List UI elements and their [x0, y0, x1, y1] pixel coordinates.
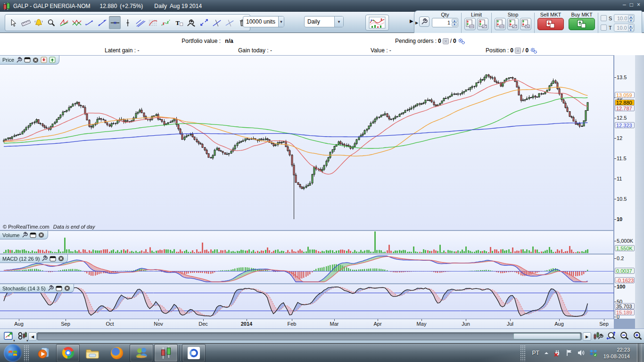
minimize-button[interactable]: –: [623, 1, 626, 8]
panel-collapse-arrow[interactable]: ▶: [414, 11, 419, 35]
stop-order-button-2[interactable]: [507, 18, 519, 30]
zigzag-tool[interactable]: [71, 16, 83, 29]
fibonacci-tool[interactable]: [147, 16, 159, 29]
panel-window-icon[interactable]: [50, 256, 56, 262]
wrench-icon[interactable]: [41, 255, 48, 262]
price-chart-canvas[interactable]: [0, 56, 614, 230]
taskbar-messenger[interactable]: [130, 344, 153, 362]
close-button[interactable]: ×: [637, 1, 640, 8]
taskbar-blue-app[interactable]: [182, 344, 206, 362]
chevron-down-icon[interactable]: ▼: [13, 339, 16, 342]
position-list-icon[interactable]: [515, 48, 521, 54]
horizontal-line-tool[interactable]: [109, 16, 121, 29]
vertical-line-tool[interactable]: [122, 16, 133, 29]
limit-order-button-2[interactable]: [477, 18, 488, 30]
alert-tool[interactable]: [33, 16, 44, 29]
volume-icon[interactable]: [577, 349, 585, 356]
stop-order-button-3[interactable]: [520, 18, 531, 30]
sell-mkt-button[interactable]: [537, 18, 564, 30]
volume-canvas[interactable]: [0, 231, 614, 254]
chart-settings-button[interactable]: [592, 330, 604, 342]
panel-window-icon[interactable]: [24, 57, 31, 63]
action-center-flag-icon[interactable]: [566, 349, 573, 356]
crossline-alt-tool[interactable]: [223, 16, 235, 29]
trailing-distance-field[interactable]: 10.0 ▲▼: [614, 24, 635, 32]
chevron-down-icon[interactable]: ▼: [278, 16, 284, 27]
zoom-tool[interactable]: [45, 16, 57, 29]
stochastic-canvas[interactable]: [0, 284, 614, 319]
stop-distance-field[interactable]: 10.0 ▲▼: [614, 14, 635, 22]
language-indicator[interactable]: PT: [532, 350, 539, 356]
pattern-tool[interactable]: [58, 16, 70, 29]
gears-icon[interactable]: [458, 38, 465, 44]
close-panel-icon[interactable]: [33, 57, 39, 63]
pointer-tool[interactable]: [7, 16, 19, 29]
channel-tool[interactable]: [134, 16, 146, 29]
price-axis[interactable]: 13.51312.51211.51110.51013.05912.78712.8…: [614, 55, 636, 319]
timeframe-dropdown[interactable]: Daily ▼: [304, 16, 344, 27]
wrench-icon[interactable]: [22, 232, 28, 238]
taskbar-chrome[interactable]: [56, 344, 80, 362]
taskbar-media-player[interactable]: [32, 344, 55, 362]
price-tick: 12: [617, 135, 622, 141]
crossline-tool[interactable]: [211, 16, 223, 29]
limit-order-button-1[interactable]: [464, 18, 476, 30]
ruler-tool[interactable]: [20, 16, 32, 29]
zoom-out-button[interactable]: [619, 330, 631, 342]
chevron-down-icon[interactable]: ▼: [334, 16, 343, 27]
order-list-icon[interactable]: [443, 38, 449, 44]
quantity-stepper[interactable]: 1 ▲▼: [432, 18, 458, 27]
scroll-left-button[interactable]: ◀: [28, 332, 37, 341]
macd-value-box: 0.0037: [615, 268, 635, 274]
export-chart-button[interactable]: ▼: [3, 330, 15, 342]
panel-window-icon[interactable]: [56, 286, 62, 291]
close-panel-icon[interactable]: [64, 285, 70, 291]
stochastic-panel[interactable]: Stochastic (14 3 5): [0, 284, 614, 319]
stop-order-button-1[interactable]: [495, 18, 506, 30]
chart-objects-button[interactable]: ▼: [16, 330, 28, 342]
settings-tool[interactable]: [185, 16, 197, 29]
time-scrollbar[interactable]: [37, 332, 582, 340]
dropbox-icon[interactable]: [589, 349, 597, 357]
price-panel[interactable]: Price © ProRealTime.comData is end of da…: [0, 56, 614, 230]
segment-tool[interactable]: [83, 16, 95, 29]
time-axis[interactable]: AugSepOctNovDec2014FebMarAprMayJunJulAug…: [0, 319, 614, 329]
scrollbar-thumb[interactable]: [513, 333, 580, 339]
taskbar-explorer[interactable]: [81, 344, 104, 362]
close-panel-icon[interactable]: [38, 232, 44, 238]
zoom-fit-button[interactable]: [605, 330, 618, 342]
toolbar-expand-arrow[interactable]: ▶: [410, 18, 413, 24]
zoom-in-button[interactable]: [632, 330, 644, 342]
gears-icon[interactable]: [530, 47, 537, 54]
sell-shortcut-icon[interactable]: [41, 57, 47, 63]
taskbar-firefox[interactable]: [105, 344, 129, 362]
macd-panel[interactable]: MACD (12 26 9): [0, 255, 614, 283]
units-dropdown[interactable]: 10000 units ▼: [243, 16, 284, 27]
portfolio-value: n/a: [225, 38, 233, 44]
restore-button[interactable]: □: [630, 1, 633, 8]
forecast-tool[interactable]: [160, 16, 172, 29]
buy-mkt-button[interactable]: [569, 18, 595, 30]
show-desktop-button[interactable]: [637, 344, 642, 362]
panel-window-icon[interactable]: [30, 232, 36, 238]
close-panel-icon[interactable]: [58, 255, 64, 262]
spinner-arrows[interactable]: ▲▼: [452, 19, 457, 26]
trailing-checkbox[interactable]: [601, 25, 607, 31]
power-plug-icon[interactable]: [553, 349, 561, 357]
start-button[interactable]: [4, 344, 22, 362]
scroll-right-button[interactable]: ▶: [583, 332, 591, 341]
buy-shortcut-icon[interactable]: [49, 57, 56, 63]
wrench-icon[interactable]: [48, 285, 54, 291]
taskbar-prorealtime[interactable]: [154, 344, 178, 362]
stop-checkbox[interactable]: [601, 15, 607, 21]
order-settings-button[interactable]: [419, 16, 429, 27]
trendline-tool[interactable]: [96, 16, 108, 29]
volume-panel[interactable]: Volume: [0, 231, 614, 254]
macd-canvas[interactable]: [0, 255, 614, 283]
chart-type-button[interactable]: [365, 15, 389, 31]
scale-arrows-tool[interactable]: [198, 16, 210, 29]
show-hidden-icons-button[interactable]: [544, 351, 549, 355]
taskbar-clock[interactable]: 22:23 19-08-2014: [603, 346, 630, 360]
text-tool[interactable]: T: [173, 16, 184, 29]
wrench-icon[interactable]: [16, 57, 22, 63]
